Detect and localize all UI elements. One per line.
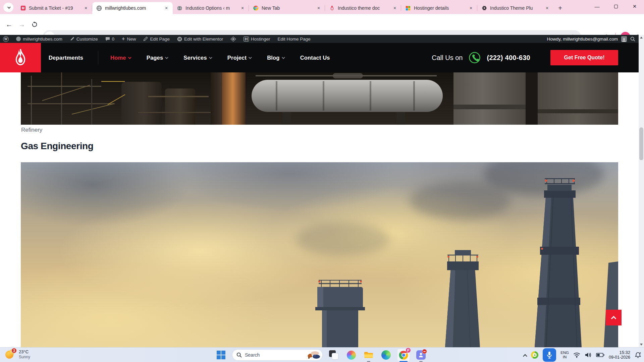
windows-taskbar: 3 23°C Sunny Search	[0, 347, 644, 362]
tab-close-icon[interactable]: ×	[544, 5, 550, 11]
tab-submit-ticket[interactable]: M Submit a Ticket - #19 ×	[16, 2, 92, 14]
notification-bell-icon[interactable]: z	[635, 352, 641, 358]
admin-search-icon[interactable]	[630, 37, 635, 42]
admin-theme-menu[interactable]	[227, 35, 240, 43]
tab-close-icon[interactable]: ×	[83, 5, 89, 11]
tab-industico-plugin[interactable]: Industico Theme Plu ×	[477, 2, 553, 14]
window-close-button[interactable]: ×	[625, 0, 644, 13]
search-highlight-image	[306, 351, 320, 359]
tab-title: millwrightlubes.com	[105, 5, 161, 11]
tab-close-icon[interactable]: ×	[392, 5, 398, 11]
window-minimize-button[interactable]: —	[588, 0, 606, 13]
nav-home[interactable]: Home	[110, 55, 130, 61]
nav-services[interactable]: Services	[183, 55, 211, 61]
window-restore-button[interactable]	[606, 0, 625, 13]
copilot-button[interactable]	[345, 349, 358, 361]
phone-number[interactable]: (222) 400-630	[487, 54, 530, 62]
tab-new-tab[interactable]: New Tab ×	[249, 2, 325, 14]
tab-title: Industico Theme Plu	[490, 5, 542, 11]
site-logo[interactable]	[0, 43, 41, 72]
tab-millwrightlubes[interactable]: millwrightlubes.com ×	[92, 2, 173, 14]
nav-project[interactable]: Project	[227, 55, 251, 61]
tab-industico-docs[interactable]: Industico theme doc ×	[325, 2, 401, 14]
tab-close-icon[interactable]: ×	[163, 5, 169, 11]
volume-icon[interactable]	[585, 352, 592, 358]
tab-close-icon[interactable]: ×	[239, 5, 246, 11]
teams-button[interactable]	[415, 349, 427, 361]
screen: M Submit a Ticket - #19 × millwrightlube…	[0, 0, 644, 362]
admin-hostinger[interactable]: H Hostinger	[240, 35, 274, 43]
battery-icon[interactable]	[596, 353, 604, 357]
admin-avatar[interactable]	[621, 36, 627, 42]
copilot-icon	[347, 351, 356, 360]
chevron-down-icon	[282, 56, 285, 59]
weather-widget[interactable]: 3 23°C Sunny	[5, 349, 30, 360]
image-caption: Refinery	[21, 127, 42, 133]
smokestacks-graphic	[21, 162, 618, 347]
site-favicon	[16, 37, 21, 41]
microphone-button[interactable]	[543, 348, 556, 362]
person-icon	[622, 38, 626, 42]
profile-badge: P	[406, 348, 411, 353]
admin-edit-home[interactable]: Edit Home Page	[274, 35, 314, 43]
tray-expand-icon[interactable]	[523, 354, 527, 358]
language-indicator[interactable]: ENG IN	[560, 351, 569, 359]
tab-search-button[interactable]	[3, 3, 13, 12]
chevron-down-icon	[165, 56, 168, 59]
admin-site-menu[interactable]: millwrightlubes.com	[12, 35, 66, 43]
howdy-text[interactable]: Howdy, millwrightlubes@gmail.com	[547, 37, 618, 42]
new-tab-button[interactable]: +	[555, 3, 565, 13]
admin-new[interactable]: + New	[118, 35, 140, 43]
back-button[interactable]: ←	[4, 19, 14, 29]
tab-industico-options[interactable]: Industico Options ‹ m ×	[173, 2, 249, 14]
comment-bubble-icon	[105, 37, 110, 41]
browser-toolbar: ← → millwrightlubes.com ☆ P ⋮	[0, 14, 644, 35]
pencil-icon	[143, 37, 148, 41]
back-to-top-button[interactable]	[606, 310, 622, 325]
tab-close-icon[interactable]: ×	[468, 5, 474, 11]
sunny-weather-icon: 3	[5, 349, 16, 360]
scroll-up-arrow[interactable]	[639, 35, 644, 40]
wifi-icon[interactable]	[573, 352, 580, 358]
flame-favicon	[329, 5, 335, 11]
tab-title: Industico theme doc	[338, 5, 390, 11]
wp-logo-menu[interactable]: W	[0, 35, 12, 43]
weather-temp: 23°C	[19, 349, 30, 355]
forward-button[interactable]: →	[17, 19, 27, 29]
flame-icon	[12, 48, 29, 67]
reload-icon	[32, 21, 38, 27]
site-header: Departments Home Pages Services Project …	[0, 43, 639, 72]
start-button[interactable]	[215, 349, 227, 361]
admin-comments[interactable]: 0	[102, 35, 118, 43]
elementor-icon	[177, 37, 182, 42]
scrollbar-thumb[interactable]	[639, 127, 643, 160]
task-view-icon	[329, 350, 338, 360]
admin-edit-page[interactable]: Edit Page	[140, 35, 173, 43]
nav-departments[interactable]: Departments	[49, 55, 83, 61]
page-scrollbar[interactable]	[639, 35, 644, 347]
edge-button[interactable]	[380, 349, 392, 361]
clock[interactable]: 15:32 09-01-2026	[609, 350, 630, 360]
taskbar-search[interactable]: Search	[232, 349, 323, 361]
get-free-quote-button[interactable]: Get Free Quote!	[550, 50, 618, 65]
nav-contact-us[interactable]: Contact Us	[300, 55, 330, 61]
scroll-down-arrow[interactable]	[639, 342, 644, 347]
notification-badge: 3	[11, 348, 17, 353]
admin-edit-elementor[interactable]: Edit with Elementor	[173, 35, 227, 43]
tab-hostinger-details[interactable]: Hostinger details ×	[401, 2, 477, 14]
ticket-favicon: M	[20, 5, 26, 11]
svg-text:M: M	[21, 6, 24, 10]
antivirus-tray-icon[interactable]: +	[531, 351, 538, 359]
whatsapp-phone-icon	[469, 52, 481, 64]
task-view-button[interactable]	[327, 349, 340, 361]
chrome-button[interactable]: P	[397, 349, 410, 361]
reload-button[interactable]	[30, 19, 40, 29]
nav-blog[interactable]: Blog	[267, 55, 284, 61]
file-explorer-button[interactable]	[362, 349, 375, 361]
nav-pages[interactable]: Pages	[147, 55, 168, 61]
admin-site-name: millwrightlubes.com	[23, 37, 62, 42]
date: 09-01-2026	[609, 355, 630, 360]
tab-title: Hostinger details	[414, 5, 466, 11]
admin-customize[interactable]: Customize	[66, 35, 102, 43]
tab-close-icon[interactable]: ×	[316, 5, 322, 11]
